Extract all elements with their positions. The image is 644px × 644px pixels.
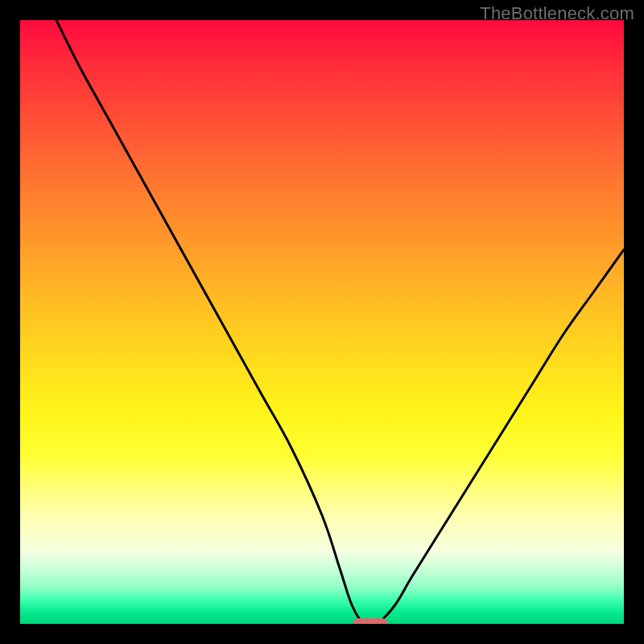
watermark-text: TheBottleneck.com (480, 3, 634, 24)
plot-area (20, 20, 624, 624)
chart-frame: TheBottleneck.com (0, 0, 644, 644)
optimal-marker (353, 618, 388, 624)
bottleneck-curve (20, 20, 624, 624)
